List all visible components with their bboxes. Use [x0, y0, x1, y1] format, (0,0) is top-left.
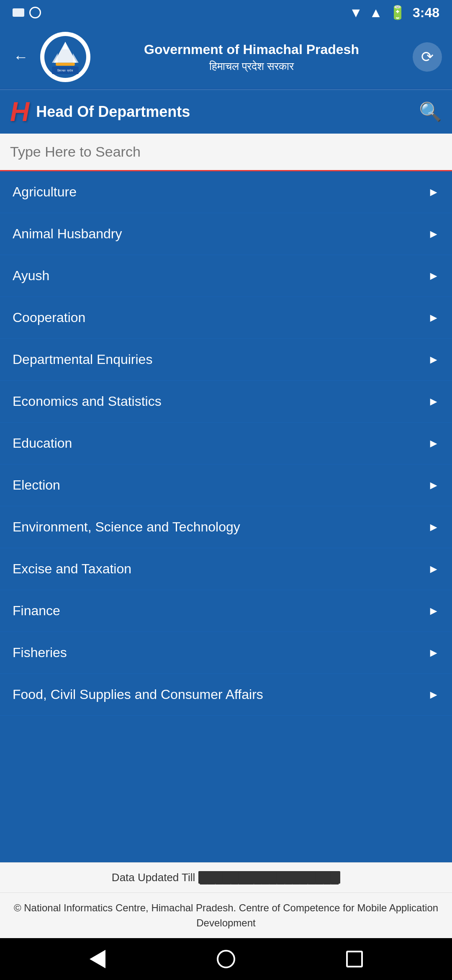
list-item-label: Environment, Science and Technology: [13, 519, 240, 535]
list-item-arrow: ►: [428, 562, 439, 576]
header-text-block: Government of Himachal Pradesh हिमाचल प्…: [99, 41, 404, 73]
list-item-arrow: ►: [428, 353, 439, 366]
svg-rect-5: [56, 63, 74, 66]
h-letter: H: [10, 98, 29, 125]
app-header: ← हिमाचल प्रदेश Government of Himachal P…: [0, 25, 452, 89]
refresh-icon: ⟳: [421, 48, 434, 66]
list-item[interactable]: Election ►: [0, 464, 452, 506]
sim-icon: [13, 8, 24, 17]
list-item-label: Departmental Enquiries: [13, 352, 152, 367]
status-left-icons: [13, 7, 41, 18]
footer: Data Updated Till ██████████████████ © N…: [0, 862, 452, 938]
svg-text:हिमाचल प्रदेश: हिमाचल प्रदेश: [57, 69, 73, 72]
home-nav-button[interactable]: [211, 944, 241, 974]
status-bar: ▼ ▲ 🔋 3:48: [0, 0, 452, 25]
wifi-icon: ▼: [349, 5, 363, 21]
list-item[interactable]: Agriculture ►: [0, 171, 452, 213]
dept-title-bar: H Head Of Departments 🔍: [0, 89, 452, 134]
search-input[interactable]: [10, 140, 442, 163]
list-item-arrow: ►: [428, 311, 439, 325]
list-item-label: Food, Civil Supplies and Consumer Affair…: [13, 687, 263, 702]
list-item-label: Finance: [13, 603, 60, 619]
list-item-arrow: ►: [428, 186, 439, 199]
list-item[interactable]: Environment, Science and Technology ►: [0, 506, 452, 548]
list-item-label: Education: [13, 436, 72, 451]
time-display: 3:48: [413, 5, 439, 21]
list-item-label: Election: [13, 477, 60, 493]
battery-icon: 🔋: [389, 5, 406, 21]
list-item[interactable]: Cooperation ►: [0, 297, 452, 339]
list-item[interactable]: Finance ►: [0, 590, 452, 632]
app-logo: हिमाचल प्रदेश: [40, 32, 90, 82]
nav-bar: [0, 938, 452, 980]
list-item[interactable]: Ayush ►: [0, 255, 452, 297]
list-item[interactable]: Fisheries ►: [0, 632, 452, 674]
copyright-text: © National Informatics Centre, Himachal …: [0, 892, 452, 938]
header-subtitle: हिमाचल प्रदेश सरकार: [99, 60, 404, 73]
list-item-arrow: ►: [428, 646, 439, 660]
back-nav-icon: [90, 950, 105, 968]
list-item-label: Fisheries: [13, 645, 67, 660]
back-button[interactable]: ←: [10, 45, 32, 69]
home-nav-icon: [217, 950, 235, 968]
dept-title-left: H Head Of Departments: [10, 98, 190, 125]
list-item-arrow: ►: [428, 437, 439, 450]
list-item-arrow: ►: [428, 521, 439, 534]
list-item[interactable]: Education ►: [0, 423, 452, 464]
refresh-button[interactable]: ⟳: [413, 42, 442, 72]
list-item[interactable]: Excise and Taxation ►: [0, 548, 452, 590]
back-nav-button[interactable]: [83, 944, 112, 974]
signal-icon: ▲: [369, 5, 383, 21]
recents-nav-icon: [346, 951, 363, 967]
list-item-arrow: ►: [428, 269, 439, 283]
dept-title-text: Head Of Departments: [36, 103, 190, 121]
list-item[interactable]: Animal Husbandry ►: [0, 213, 452, 255]
search-bar-container: [0, 134, 452, 171]
sync-icon: [29, 7, 41, 18]
list-item[interactable]: Food, Civil Supplies and Consumer Affair…: [0, 674, 452, 716]
list-item-label: Agriculture: [13, 184, 77, 200]
list-item[interactable]: Economics and Statistics ►: [0, 381, 452, 423]
list-item-arrow: ►: [428, 688, 439, 701]
list-item-label: Animal Husbandry: [13, 226, 122, 242]
data-updated-bar: Data Updated Till ██████████████████: [0, 862, 452, 892]
list-item-label: Ayush: [13, 268, 49, 284]
search-icon-button[interactable]: 🔍: [419, 101, 442, 123]
list-item-arrow: ►: [428, 604, 439, 618]
data-updated-value: ██████████████████: [198, 871, 341, 884]
department-list: Agriculture ► Animal Husbandry ► Ayush ►…: [0, 171, 452, 862]
status-right-icons: ▼ ▲ 🔋 3:48: [349, 5, 439, 21]
list-item-label: Cooperation: [13, 310, 85, 325]
list-item-arrow: ►: [428, 395, 439, 408]
list-item-label: Economics and Statistics: [13, 394, 162, 409]
list-item-arrow: ►: [428, 479, 439, 492]
list-item-arrow: ►: [428, 227, 439, 241]
list-item-label: Excise and Taxation: [13, 561, 131, 577]
header-title: Government of Himachal Pradesh: [99, 41, 404, 59]
list-item[interactable]: Departmental Enquiries ►: [0, 339, 452, 381]
data-updated-label: Data Updated Till: [112, 871, 195, 884]
recents-nav-button[interactable]: [340, 944, 369, 974]
